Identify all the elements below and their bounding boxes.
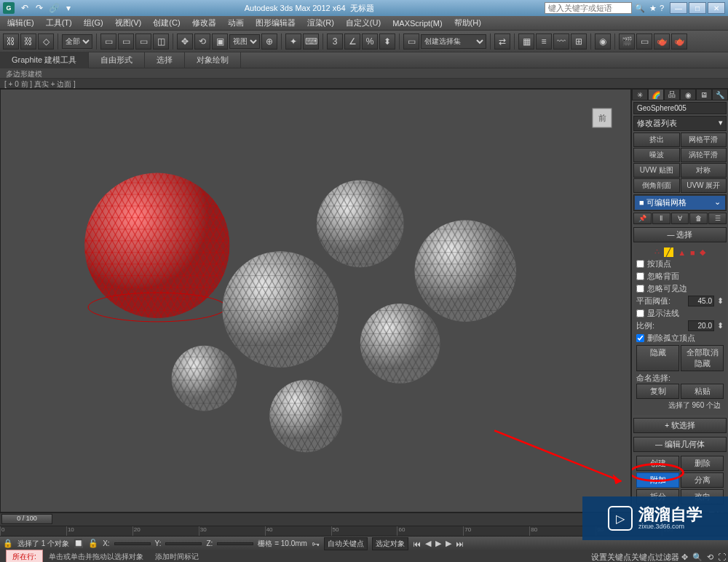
tab-motion-icon[interactable]: ◉ [680, 89, 696, 100]
render-setup-icon[interactable]: 🎬 [619, 33, 635, 50]
isolate-icon[interactable]: 🔲 [74, 539, 84, 548]
rollout-selection[interactable]: — 选择 [633, 227, 727, 242]
subobj-edge-icon[interactable]: ╱ [664, 248, 673, 257]
help-icon[interactable]: ? [660, 4, 664, 12]
spinner-icon[interactable]: ⬍ [717, 321, 724, 331]
schematic-icon[interactable]: ⊞ [571, 33, 587, 50]
menu-rendering[interactable]: 渲染(R) [304, 16, 337, 30]
stack-editable-mesh[interactable]: ■ 可编辑网格⌄ [635, 196, 725, 210]
hide-button[interactable]: 隐藏 [636, 345, 679, 371]
subobj-vertex-icon[interactable]: ∴ [654, 248, 660, 257]
object-name-field[interactable]: GeoSphere005 [633, 102, 727, 114]
remove-mod-icon[interactable]: 🗑 [689, 213, 708, 224]
select-name-icon[interactable]: ▭ [118, 33, 134, 50]
menu-create[interactable]: 创建(C) [150, 16, 183, 30]
menu-help[interactable]: 帮助(H) [451, 16, 484, 30]
viewport[interactable]: 前 [0, 89, 631, 512]
move-icon[interactable]: ✥ [177, 33, 193, 50]
normal-scale-field[interactable]: 20.0 [688, 320, 714, 331]
quick-noise[interactable]: 噪波 [633, 148, 680, 162]
render-icon[interactable]: 🫖 [654, 33, 670, 50]
align-icon[interactable]: ▦ [518, 33, 534, 50]
ignore-vis-check[interactable] [636, 285, 644, 293]
selection-lock-icon[interactable]: 🔒 [3, 539, 13, 548]
unlink-icon[interactable]: ⛓ [20, 33, 36, 50]
render-prod-icon[interactable]: 🫖 [671, 33, 687, 50]
editnamed-icon[interactable]: ▭ [403, 33, 419, 50]
show-normals-check[interactable] [636, 309, 644, 317]
delete-iso-check[interactable] [636, 334, 644, 342]
tab-modify-icon[interactable]: 🌈 [648, 89, 664, 100]
ignore-back-check[interactable] [636, 272, 644, 280]
search-icon[interactable]: 🔍 [635, 4, 645, 13]
play-next-icon[interactable]: ▶ [446, 539, 451, 548]
play-prev-icon[interactable]: ◀ [425, 539, 431, 548]
keyfilter-button[interactable]: 关键点过滤器 [631, 552, 679, 563]
ref-coord[interactable]: 视图 [229, 34, 260, 49]
keymode-icon[interactable]: ⌨ [303, 33, 319, 50]
select-icon[interactable]: ▭ [100, 33, 116, 50]
qat-undo-icon[interactable]: ↶ [19, 2, 31, 14]
percent-snap-icon[interactable]: % [362, 33, 378, 50]
unhide-all-button[interactable]: 全部取消隐藏 [681, 345, 724, 371]
tab-display-icon[interactable]: 🖥 [696, 89, 712, 100]
menu-group[interactable]: 组(G) [81, 16, 106, 30]
selection-filter[interactable]: 全部 [62, 34, 92, 49]
viewport-label[interactable]: [ + 0 前 ] 真实 + 边面 ] [0, 79, 728, 89]
time-slider-handle[interactable]: 0 / 100 [1, 514, 52, 524]
add-time-tag[interactable]: 添加时间标记 [149, 552, 205, 562]
lock-icon[interactable]: 🔓 [88, 539, 98, 548]
qat-link-icon[interactable]: 🔗 [48, 2, 60, 14]
scale-icon[interactable]: ▣ [212, 33, 228, 50]
nav-max-icon[interactable]: ⛶ [716, 553, 728, 561]
qat-redo-icon[interactable]: ↷ [33, 2, 45, 14]
subobj-element-icon[interactable]: ◆ [700, 248, 705, 257]
window-crossing-icon[interactable]: ◫ [153, 33, 169, 50]
subobj-face-icon[interactable]: ▲ [678, 248, 686, 257]
nav-zoom-icon[interactable]: 🔍 [690, 553, 705, 562]
quick-uvwmap[interactable]: UVW 贴图 [633, 163, 680, 178]
ribbon-tab-graphite[interactable]: Graphite 建模工具 [0, 52, 89, 68]
unique-icon[interactable]: ∀ [671, 213, 689, 224]
manip-icon[interactable]: ✦ [285, 33, 301, 50]
bind-icon[interactable]: ◇ [38, 33, 54, 50]
by-vertex-check[interactable] [636, 260, 644, 268]
snap-icon[interactable]: 3 [327, 33, 343, 50]
setkey-button[interactable]: 设置关键点 [591, 552, 631, 563]
key-icon[interactable]: 🗝 [312, 539, 320, 548]
curve-editor-icon[interactable]: 〰 [553, 33, 569, 50]
play-end-icon[interactable]: ⏭ [456, 539, 464, 548]
selected-key-field[interactable]: 选定对象 [372, 537, 408, 550]
favorite-icon[interactable]: ★ [649, 4, 657, 13]
ribbon-tab-selection[interactable]: 选择 [145, 52, 185, 68]
menu-views[interactable]: 视图(V) [112, 16, 145, 30]
nav-orbit-icon[interactable]: ⟲ [705, 553, 716, 562]
planar-threshold-field[interactable]: 45.0 [688, 296, 714, 306]
nav-pan-icon[interactable]: ✥ [679, 553, 690, 562]
spinner-icon[interactable]: ⬍ [717, 296, 724, 306]
pivot-icon[interactable]: ⊕ [261, 33, 277, 50]
close-button[interactable]: ✕ [708, 2, 725, 14]
mirror-icon[interactable]: ⇄ [494, 33, 510, 50]
quick-bevel[interactable]: 倒角剖面 [633, 178, 680, 193]
spinner-snap-icon[interactable]: ⬍ [379, 33, 395, 50]
select-region-icon[interactable]: ▭ [135, 33, 151, 50]
show-end-icon[interactable]: Ⅱ [652, 213, 670, 224]
create-button[interactable]: 创建 [636, 456, 679, 471]
menu-tools[interactable]: 工具(T) [43, 16, 75, 30]
ribbon-tab-paint[interactable]: 对象绘制 [185, 52, 241, 68]
quick-extrude[interactable]: 挤出 [633, 132, 680, 147]
delete-button[interactable]: 删除 [681, 456, 724, 471]
pin-stack-icon[interactable]: 📌 [633, 213, 652, 224]
maximize-button[interactable]: □ [689, 2, 706, 14]
y-field[interactable] [165, 542, 202, 545]
modifier-stack[interactable]: ■ 可编辑网格⌄ [633, 194, 727, 211]
modifier-list[interactable]: 修改器列表▾ [633, 116, 727, 131]
rollout-softselection[interactable]: + 软选择 [633, 418, 727, 433]
render-frame-icon[interactable]: ▭ [636, 33, 652, 50]
menu-maxscript[interactable]: MAXScript(M) [389, 17, 445, 29]
quick-turbosmooth[interactable]: 涡轮平滑 [681, 148, 727, 162]
quick-meshsmooth[interactable]: 网格平滑 [681, 132, 727, 147]
minimize-button[interactable]: — [670, 2, 687, 14]
rotate-icon[interactable]: ⟲ [194, 33, 210, 50]
